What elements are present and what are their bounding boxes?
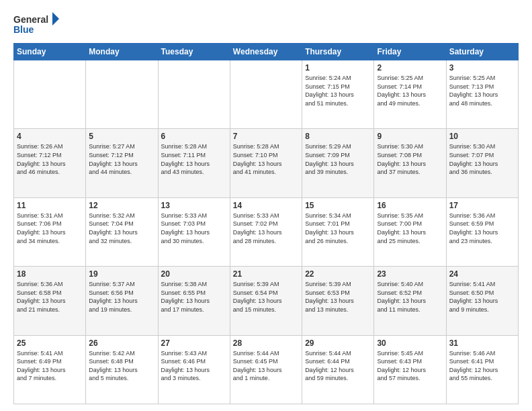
day-info: Sunrise: 5:43 AM Sunset: 6:46 PM Dayligh… <box>161 349 227 383</box>
empty-cell <box>158 60 230 129</box>
day-info: Sunrise: 5:32 AM Sunset: 7:04 PM Dayligh… <box>89 212 154 245</box>
day-number: 3 <box>449 63 515 73</box>
day-number: 18 <box>17 269 83 279</box>
day-cell-14: 14Sunrise: 5:33 AM Sunset: 7:02 PM Dayli… <box>230 197 302 266</box>
day-info: Sunrise: 5:45 AM Sunset: 6:43 PM Dayligh… <box>377 349 443 383</box>
weekday-header-wednesday: Wednesday <box>230 44 302 60</box>
day-info: Sunrise: 5:25 AM Sunset: 7:13 PM Dayligh… <box>449 74 515 107</box>
day-number: 28 <box>233 338 299 348</box>
calendar-page: General Blue SundayMondayTuesdayWednesda… <box>0 0 532 411</box>
empty-cell <box>230 60 302 129</box>
day-cell-3: 3Sunrise: 5:25 AM Sunset: 7:13 PM Daylig… <box>446 60 518 129</box>
day-info: Sunrise: 5:30 AM Sunset: 7:07 PM Dayligh… <box>449 142 515 176</box>
day-number: 12 <box>89 201 154 210</box>
header: General Blue <box>13 11 519 38</box>
week-row-2: 4Sunrise: 5:26 AM Sunset: 7:12 PM Daylig… <box>14 129 519 197</box>
week-row-4: 18Sunrise: 5:36 AM Sunset: 6:58 PM Dayli… <box>14 267 519 335</box>
day-cell-1: 1Sunrise: 5:24 AM Sunset: 7:15 PM Daylig… <box>302 60 374 129</box>
weekday-header-thursday: Thursday <box>302 44 374 60</box>
day-cell-11: 11Sunrise: 5:31 AM Sunset: 7:06 PM Dayli… <box>14 197 86 266</box>
day-number: 11 <box>17 201 83 210</box>
day-cell-20: 20Sunrise: 5:38 AM Sunset: 6:55 PM Dayli… <box>158 267 230 335</box>
weekday-header-row: SundayMondayTuesdayWednesdayThursdayFrid… <box>14 44 519 60</box>
svg-text:Blue: Blue <box>13 24 34 35</box>
day-number: 17 <box>449 201 515 210</box>
day-info: Sunrise: 5:27 AM Sunset: 7:12 PM Dayligh… <box>89 142 154 176</box>
day-info: Sunrise: 5:28 AM Sunset: 7:10 PM Dayligh… <box>233 142 299 176</box>
day-number: 24 <box>449 269 515 279</box>
day-number: 16 <box>377 201 443 210</box>
day-number: 21 <box>233 269 299 279</box>
day-number: 15 <box>305 201 371 210</box>
day-cell-19: 19Sunrise: 5:37 AM Sunset: 6:56 PM Dayli… <box>86 267 158 335</box>
calendar-table: SundayMondayTuesdayWednesdayThursdayFrid… <box>13 43 519 404</box>
day-number: 13 <box>161 201 227 210</box>
weekday-header-friday: Friday <box>374 44 446 60</box>
day-cell-10: 10Sunrise: 5:30 AM Sunset: 7:07 PM Dayli… <box>446 129 518 197</box>
day-number: 26 <box>89 338 154 348</box>
day-cell-13: 13Sunrise: 5:33 AM Sunset: 7:03 PM Dayli… <box>158 197 230 266</box>
day-info: Sunrise: 5:31 AM Sunset: 7:06 PM Dayligh… <box>17 212 83 245</box>
day-cell-8: 8Sunrise: 5:29 AM Sunset: 7:09 PM Daylig… <box>302 129 374 197</box>
day-info: Sunrise: 5:34 AM Sunset: 7:01 PM Dayligh… <box>305 212 371 245</box>
day-cell-9: 9Sunrise: 5:30 AM Sunset: 7:08 PM Daylig… <box>374 129 446 197</box>
day-number: 30 <box>377 338 443 348</box>
day-number: 31 <box>449 338 515 348</box>
day-cell-6: 6Sunrise: 5:28 AM Sunset: 7:11 PM Daylig… <box>158 129 230 197</box>
day-cell-17: 17Sunrise: 5:36 AM Sunset: 6:59 PM Dayli… <box>446 197 518 266</box>
day-info: Sunrise: 5:26 AM Sunset: 7:12 PM Dayligh… <box>17 142 83 176</box>
day-info: Sunrise: 5:28 AM Sunset: 7:11 PM Dayligh… <box>161 142 227 176</box>
day-cell-7: 7Sunrise: 5:28 AM Sunset: 7:10 PM Daylig… <box>230 129 302 197</box>
day-info: Sunrise: 5:42 AM Sunset: 6:48 PM Dayligh… <box>89 349 154 383</box>
day-cell-30: 30Sunrise: 5:45 AM Sunset: 6:43 PM Dayli… <box>374 335 446 404</box>
logo-svg: General Blue <box>13 11 60 38</box>
day-info: Sunrise: 5:33 AM Sunset: 7:02 PM Dayligh… <box>233 212 299 245</box>
day-number: 23 <box>377 269 443 279</box>
weekday-header-monday: Monday <box>86 44 158 60</box>
day-info: Sunrise: 5:38 AM Sunset: 6:55 PM Dayligh… <box>161 280 227 314</box>
day-cell-16: 16Sunrise: 5:35 AM Sunset: 7:00 PM Dayli… <box>374 197 446 266</box>
day-info: Sunrise: 5:37 AM Sunset: 6:56 PM Dayligh… <box>89 280 154 314</box>
day-info: Sunrise: 5:25 AM Sunset: 7:14 PM Dayligh… <box>377 74 443 107</box>
day-number: 10 <box>449 132 515 141</box>
day-cell-23: 23Sunrise: 5:40 AM Sunset: 6:52 PM Dayli… <box>374 267 446 335</box>
day-cell-18: 18Sunrise: 5:36 AM Sunset: 6:58 PM Dayli… <box>14 267 86 335</box>
day-number: 29 <box>305 338 371 348</box>
logo: General Blue <box>13 11 60 38</box>
day-info: Sunrise: 5:35 AM Sunset: 7:00 PM Dayligh… <box>377 212 443 245</box>
day-cell-22: 22Sunrise: 5:39 AM Sunset: 6:53 PM Dayli… <box>302 267 374 335</box>
day-info: Sunrise: 5:36 AM Sunset: 6:59 PM Dayligh… <box>449 212 515 245</box>
day-info: Sunrise: 5:44 AM Sunset: 6:45 PM Dayligh… <box>233 349 299 383</box>
day-info: Sunrise: 5:30 AM Sunset: 7:08 PM Dayligh… <box>377 142 443 176</box>
day-cell-4: 4Sunrise: 5:26 AM Sunset: 7:12 PM Daylig… <box>14 129 86 197</box>
day-cell-31: 31Sunrise: 5:46 AM Sunset: 6:41 PM Dayli… <box>446 335 518 404</box>
week-row-1: 1Sunrise: 5:24 AM Sunset: 7:15 PM Daylig… <box>14 60 519 129</box>
day-number: 19 <box>89 269 154 279</box>
day-info: Sunrise: 5:29 AM Sunset: 7:09 PM Dayligh… <box>305 142 371 176</box>
day-number: 6 <box>161 132 227 141</box>
weekday-header-tuesday: Tuesday <box>158 44 230 60</box>
svg-marker-2 <box>52 12 59 26</box>
day-number: 5 <box>89 132 154 141</box>
day-number: 22 <box>305 269 371 279</box>
day-info: Sunrise: 5:33 AM Sunset: 7:03 PM Dayligh… <box>161 212 227 245</box>
day-info: Sunrise: 5:41 AM Sunset: 6:49 PM Dayligh… <box>17 349 83 383</box>
empty-cell <box>86 60 158 129</box>
day-number: 20 <box>161 269 227 279</box>
day-cell-5: 5Sunrise: 5:27 AM Sunset: 7:12 PM Daylig… <box>86 129 158 197</box>
day-number: 2 <box>377 63 443 73</box>
day-cell-24: 24Sunrise: 5:41 AM Sunset: 6:50 PM Dayli… <box>446 267 518 335</box>
day-number: 4 <box>17 132 83 141</box>
day-info: Sunrise: 5:46 AM Sunset: 6:41 PM Dayligh… <box>449 349 515 383</box>
day-number: 27 <box>161 338 227 348</box>
day-info: Sunrise: 5:39 AM Sunset: 6:54 PM Dayligh… <box>233 280 299 314</box>
day-number: 7 <box>233 132 299 141</box>
day-number: 14 <box>233 201 299 210</box>
day-info: Sunrise: 5:41 AM Sunset: 6:50 PM Dayligh… <box>449 280 515 314</box>
day-cell-29: 29Sunrise: 5:44 AM Sunset: 6:44 PM Dayli… <box>302 335 374 404</box>
week-row-3: 11Sunrise: 5:31 AM Sunset: 7:06 PM Dayli… <box>14 197 519 266</box>
svg-text:General: General <box>13 14 48 25</box>
day-info: Sunrise: 5:44 AM Sunset: 6:44 PM Dayligh… <box>305 349 371 383</box>
day-number: 25 <box>17 338 83 348</box>
day-info: Sunrise: 5:24 AM Sunset: 7:15 PM Dayligh… <box>305 74 371 107</box>
